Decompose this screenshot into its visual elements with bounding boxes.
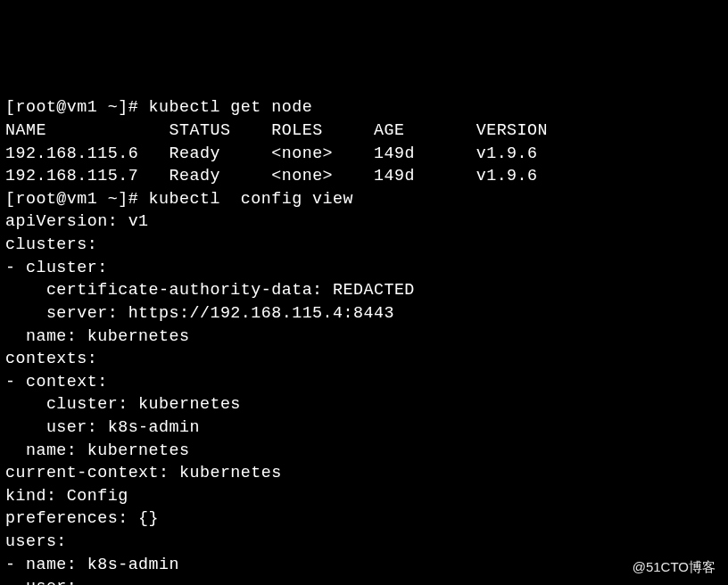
config-line: name: kubernetes [5, 441, 189, 459]
command-1: kubectl get node [149, 98, 313, 116]
config-line: user: [5, 578, 77, 585]
config-line: certificate-authority-data: REDACTED [5, 281, 415, 299]
config-line: contexts: [5, 350, 97, 367]
config-line: - cluster: [5, 259, 108, 276]
config-line: kind: Config [5, 487, 128, 505]
config-line: users: [5, 532, 67, 550]
config-line: server: https://192.168.115.4:8443 [5, 304, 394, 322]
config-line: current-context: kubernetes [5, 464, 282, 482]
config-line: clusters: [5, 235, 97, 253]
watermark-text: @51CTO博客 [633, 557, 716, 576]
config-line: cluster: kubernetes [5, 395, 241, 413]
terminal-output[interactable]: [root@vm1 ~]# kubectl get node NAME STAT… [5, 96, 723, 585]
shell-prompt-1: [root@vm1 ~]# [5, 98, 149, 116]
table-row: 192.168.115.6 Ready <none> 149d v1.9.6 [5, 144, 538, 162]
config-line: apiVersion: v1 [5, 212, 149, 230]
config-line: - context: [5, 373, 108, 391]
table-row: 192.168.115.7 Ready <none> 149d v1.9.6 [5, 167, 538, 185]
config-line: preferences: {} [5, 509, 159, 527]
config-line: - name: k8s-admin [5, 556, 179, 573]
config-line: user: k8s-admin [5, 418, 200, 436]
shell-prompt-2: [root@vm1 ~]# [5, 190, 149, 208]
command-2: kubectl config view [149, 190, 353, 208]
config-line: name: kubernetes [5, 327, 189, 345]
node-table-header: NAME STATUS ROLES AGE VERSION [5, 121, 548, 139]
